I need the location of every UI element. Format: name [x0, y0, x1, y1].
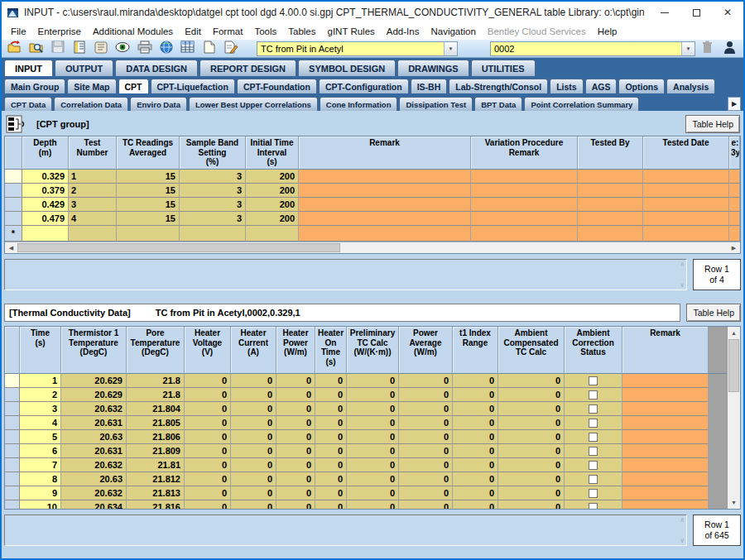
- cell[interactable]: [22, 226, 69, 242]
- checkbox-unchecked[interactable]: [589, 433, 598, 442]
- cell[interactable]: [622, 500, 709, 509]
- table-help-button[interactable]: Table Help: [686, 304, 741, 322]
- cell[interactable]: 2: [69, 184, 117, 198]
- menu-navigation[interactable]: Navigation: [425, 25, 481, 38]
- cell[interactable]: 0: [399, 472, 453, 486]
- chevron-down-icon[interactable]: ▼: [444, 42, 457, 55]
- cell[interactable]: 21.816: [127, 500, 185, 509]
- cell[interactable]: 0: [453, 430, 498, 444]
- cell[interactable]: [565, 444, 622, 458]
- cell[interactable]: [643, 226, 729, 242]
- menu-format[interactable]: Format: [207, 25, 248, 38]
- cell[interactable]: 0: [231, 416, 276, 430]
- tab-table-dissipation-test[interactable]: Dissipation Test: [399, 97, 473, 111]
- cell[interactable]: 5: [20, 430, 61, 444]
- cell[interactable]: 2: [20, 388, 61, 402]
- cell[interactable]: 0: [399, 374, 453, 388]
- cell[interactable]: [565, 458, 622, 472]
- scrollbar-thumb[interactable]: [728, 339, 739, 392]
- cell[interactable]: 0: [347, 388, 399, 402]
- row-marker[interactable]: [5, 430, 20, 444]
- cell[interactable]: 0: [498, 472, 565, 486]
- cell[interactable]: 0: [231, 374, 276, 388]
- menu-file[interactable]: File: [5, 25, 32, 38]
- close-button[interactable]: ✕: [712, 2, 743, 23]
- cell[interactable]: 0: [185, 374, 231, 388]
- checkbox-unchecked[interactable]: [589, 447, 598, 456]
- tab-group-cpt-liquefaction[interactable]: CPT-Liquefaction: [151, 79, 235, 93]
- cell[interactable]: [578, 170, 643, 184]
- cell[interactable]: 200: [246, 170, 299, 184]
- scroll-up-icon[interactable]: ▲: [728, 327, 740, 339]
- tab-report-design[interactable]: REPORT DESIGN: [199, 60, 296, 76]
- cell[interactable]: 0: [498, 388, 565, 402]
- tab-input[interactable]: INPUT: [4, 60, 53, 76]
- cell[interactable]: 0: [185, 430, 231, 444]
- group-hierarchy-icon[interactable]: [5, 114, 26, 134]
- tab-group-ags[interactable]: AGS: [585, 79, 618, 93]
- cell[interactable]: [565, 486, 622, 500]
- cell[interactable]: [622, 444, 709, 458]
- cell[interactable]: 0: [231, 444, 276, 458]
- menu-edit[interactable]: Edit: [179, 25, 207, 38]
- cell[interactable]: 8: [20, 472, 61, 486]
- cell[interactable]: 0: [347, 430, 399, 444]
- cell[interactable]: 0: [185, 402, 231, 416]
- cell[interactable]: [471, 226, 578, 242]
- cell[interactable]: 15: [117, 212, 180, 226]
- scroll-right-icon[interactable]: ▶: [728, 242, 740, 253]
- cell[interactable]: [565, 472, 622, 486]
- cell[interactable]: 0: [276, 430, 315, 444]
- cell[interactable]: [299, 226, 471, 242]
- cell[interactable]: 20.634: [61, 500, 127, 509]
- cell[interactable]: 10: [20, 500, 61, 509]
- cell[interactable]: 0: [315, 416, 347, 430]
- cell[interactable]: 0: [399, 388, 453, 402]
- row-marker[interactable]: [5, 500, 20, 509]
- row-marker[interactable]: [5, 416, 20, 430]
- cell[interactable]: [622, 416, 709, 430]
- cell[interactable]: 0: [231, 388, 276, 402]
- cell[interactable]: [565, 416, 622, 430]
- cell[interactable]: 0: [276, 472, 315, 486]
- cell[interactable]: 0: [315, 458, 347, 472]
- checkbox-unchecked[interactable]: [589, 376, 598, 385]
- cell[interactable]: [299, 170, 471, 184]
- script-log-button[interactable]: [92, 41, 111, 56]
- scrollbar-thumb[interactable]: [17, 243, 340, 252]
- menu-tools[interactable]: Tools: [248, 25, 282, 38]
- cell[interactable]: [69, 226, 117, 242]
- row-marker[interactable]: [5, 170, 22, 184]
- print-button[interactable]: [135, 41, 154, 56]
- tab-table-point-correlation-summary[interactable]: Point Correlation Summary: [524, 97, 639, 111]
- cell[interactable]: [299, 212, 471, 226]
- menu-enterprise[interactable]: Enterprise: [32, 25, 87, 38]
- cell[interactable]: [180, 226, 246, 242]
- cell[interactable]: 0: [276, 500, 315, 509]
- cell[interactable]: 7: [20, 458, 61, 472]
- cell[interactable]: 0: [399, 444, 453, 458]
- cell[interactable]: 0: [453, 458, 498, 472]
- cell[interactable]: 0: [453, 444, 498, 458]
- tab-group-cpt[interactable]: CPT: [118, 79, 149, 93]
- tab-symbol-design[interactable]: SYMBOL DESIGN: [298, 60, 396, 76]
- cell[interactable]: 0: [315, 486, 347, 500]
- tab-data-design[interactable]: DATA DESIGN: [115, 60, 198, 76]
- cell[interactable]: [643, 184, 729, 198]
- cell[interactable]: [622, 430, 709, 444]
- cell[interactable]: [729, 198, 740, 212]
- cell[interactable]: 0: [276, 374, 315, 388]
- tab-group-cpt-foundation[interactable]: CPT-Foundation: [237, 79, 317, 93]
- cell[interactable]: 20.632: [61, 458, 127, 472]
- row-marker[interactable]: [5, 458, 20, 472]
- cell[interactable]: 0: [453, 472, 498, 486]
- cell[interactable]: 0: [498, 416, 565, 430]
- cell[interactable]: 21.812: [127, 472, 185, 486]
- checkbox-unchecked[interactable]: [589, 475, 598, 484]
- tab-group-analysis[interactable]: Analysis: [666, 79, 715, 93]
- cell[interactable]: 0: [347, 458, 399, 472]
- row-marker[interactable]: [5, 388, 20, 402]
- cell[interactable]: 0: [453, 402, 498, 416]
- cell[interactable]: [578, 198, 643, 212]
- cell[interactable]: 21.81: [127, 458, 185, 472]
